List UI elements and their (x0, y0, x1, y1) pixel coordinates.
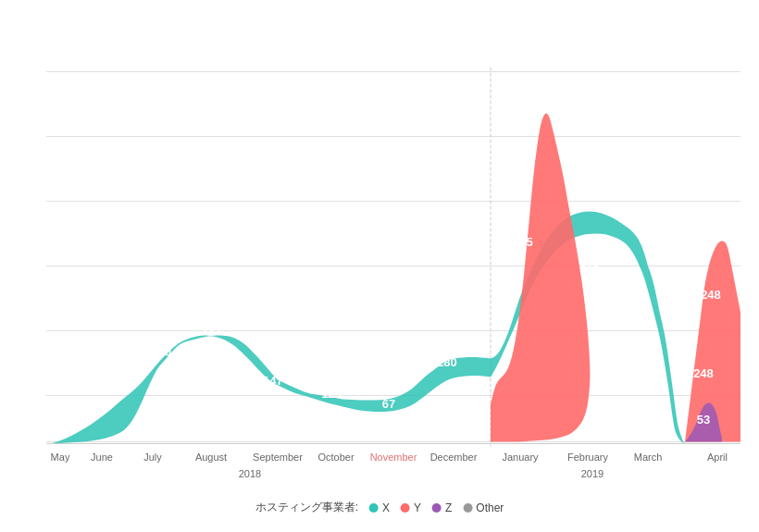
legend-dot-other (463, 503, 472, 513)
legend-dot-z (432, 503, 442, 513)
legend-dot-x (369, 503, 379, 513)
legend-label-y: Y (414, 501, 421, 514)
year-2019: 2019 (581, 468, 603, 479)
xlabel-january: January (502, 452, 539, 463)
legend-label-x: X (382, 501, 390, 514)
legend-z: Z (432, 501, 452, 514)
xlabel-june: June (91, 452, 113, 463)
label-march-x: 181 (638, 365, 658, 378)
label-april-x: 248 (693, 366, 714, 380)
year-2018: 2018 (239, 468, 261, 479)
x-area (51, 211, 740, 443)
label-march-y: 688 (622, 167, 642, 181)
chart-legend: ホスティング事業者: X Y Z Other (255, 500, 504, 515)
xlabel-september: September (253, 452, 303, 463)
xlabel-august: August (195, 452, 227, 463)
label-october: 123 (321, 387, 342, 401)
legend-label-other: Other (476, 501, 504, 514)
xlabel-october: October (317, 452, 354, 463)
xlabel-november: November (370, 452, 417, 463)
xlabel-july: July (143, 452, 162, 463)
xlabel-february: February (567, 452, 609, 463)
xlabel-april: April (707, 452, 728, 463)
label-november: 67 (382, 397, 395, 411)
legend-prefix: ホスティング事業者: (255, 500, 358, 515)
label-september: 147 (263, 374, 283, 388)
label-december: 280 (437, 355, 457, 369)
label-january: 455 (513, 235, 533, 249)
label-april-z: 53 (697, 413, 710, 427)
xlabel-march: March (634, 452, 663, 463)
xlabel-may: May (51, 452, 70, 463)
legend-y: Y (401, 501, 421, 514)
label-february-y: 57 (595, 422, 608, 436)
area-chart: 194 227 147 123 67 280 455 312 57 688 18… (0, 0, 759, 532)
chart-container: 194 227 147 123 67 280 455 312 57 688 18… (0, 0, 759, 532)
label-august: 227 (203, 322, 223, 336)
label-february: 312 (579, 263, 600, 277)
y-area (491, 114, 590, 442)
legend-dot-y (401, 503, 410, 513)
label-april-y: 248 (701, 288, 721, 302)
legend-x: X (369, 501, 390, 514)
label-july: 194 (152, 346, 172, 360)
legend-label-z: Z (445, 501, 452, 514)
xlabel-december: December (430, 452, 478, 463)
legend-other: Other (463, 501, 504, 514)
